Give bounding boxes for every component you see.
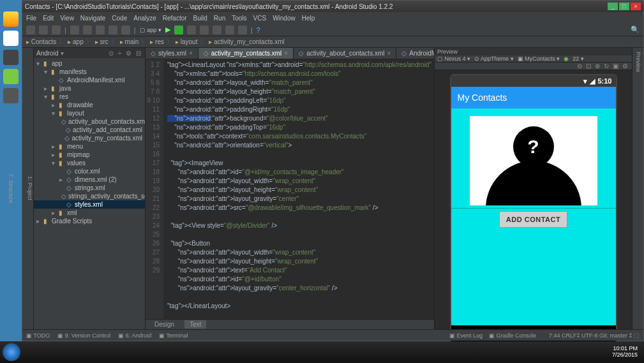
tree-node[interactable]: ◇activity_my_contacts.xml <box>34 134 145 142</box>
breadcrumb-item[interactable]: ▸ main <box>120 38 139 45</box>
tree-node[interactable]: ▾▮layout <box>34 109 145 117</box>
menu-window[interactable]: Window <box>273 15 296 22</box>
tool-window-tab[interactable]: ▣ Event Log <box>449 332 483 339</box>
taskbar: 10:01 PM 7/26/2015 <box>0 341 644 363</box>
tree-node[interactable]: ▸▮drawable <box>34 101 145 109</box>
menu-file[interactable]: File <box>26 15 36 22</box>
tool-window-tab[interactable]: ▣ TODO <box>26 332 50 339</box>
tree-node[interactable]: ▸◇dimens.xml (2) <box>34 175 145 184</box>
tab-design[interactable]: Design <box>149 320 179 329</box>
right-tool-tabs[interactable]: Preview <box>632 48 643 329</box>
android-studio-icon[interactable] <box>3 69 19 84</box>
tree-node[interactable]: ◇strings.xml <box>34 184 145 192</box>
tree-node[interactable]: ▸▮menu <box>34 142 145 151</box>
breadcrumb-item[interactable]: ▸ layout <box>176 38 197 45</box>
tool-window-tab[interactable]: ▣ Gradle Console <box>489 332 536 339</box>
zoom-fit-icon[interactable]: ⊡ <box>586 63 591 70</box>
device-selector[interactable]: ▢ Nexus 4 ▾ <box>437 56 470 62</box>
search-icon[interactable]: 🔍 <box>631 26 640 34</box>
help-icon[interactable]: ? <box>257 26 260 34</box>
menu-build[interactable]: Build <box>193 15 207 22</box>
settings-icon[interactable]: ⚙ <box>622 63 628 70</box>
taskbar-clock[interactable]: 10:01 PM 7/26/2015 <box>612 346 641 359</box>
refresh-icon[interactable]: ↻ <box>604 63 609 70</box>
project-tree[interactable]: ▾▮app▾▮manifests◇AndroidManifest.xml▸▮ja… <box>34 58 145 329</box>
open-icon[interactable] <box>26 26 35 34</box>
menu-refactor[interactable]: Refactor <box>163 15 187 22</box>
sync-icon[interactable] <box>52 26 61 34</box>
tree-node[interactable]: ▾▮values <box>34 159 145 167</box>
menu-run[interactable]: Run <box>214 15 225 22</box>
breadcrumb-item[interactable]: ▸ app <box>68 38 83 45</box>
close-button[interactable]: × <box>631 3 641 10</box>
cut-icon[interactable] <box>96 26 105 34</box>
menu-edit[interactable]: Edit <box>43 15 54 22</box>
menubar: FileEditViewNavigateCodeAnalyzeRefactorB… <box>22 12 643 24</box>
add-contact-button[interactable]: ADD CONTACT <box>499 211 567 228</box>
tool-icon-5[interactable] <box>238 26 247 34</box>
tree-node[interactable]: ▸▮mipmap <box>34 151 145 159</box>
tool-window-tab[interactable]: ▣ 9: Version Control <box>57 332 110 339</box>
theme-selector[interactable]: ⊙ AppTheme ▾ <box>474 56 514 62</box>
breadcrumb-item[interactable]: ▸ activity_my_contacts.xml <box>209 38 284 45</box>
tree-node[interactable]: ◇AndroidManifest.xml <box>34 76 145 84</box>
api-selector[interactable]: 22 ▾ <box>573 56 584 62</box>
tree-node[interactable]: ▸▮java <box>34 84 145 93</box>
tree-node[interactable]: ◇activity_about_contacts.xml <box>34 117 145 126</box>
breadcrumb-item[interactable]: ▸ res <box>150 38 164 45</box>
desktop-icon-3[interactable] <box>3 50 19 65</box>
menu-help[interactable]: Help <box>302 15 315 22</box>
tool-icon-1[interactable] <box>187 26 196 34</box>
zoom-in-icon[interactable]: ⊕ <box>595 63 600 70</box>
tree-node[interactable]: ▾▮app <box>34 59 145 68</box>
tool-icon-2[interactable] <box>200 26 209 34</box>
tree-node[interactable]: ▾▮manifests <box>34 68 145 76</box>
breadcrumb-item[interactable]: ▸ src <box>95 38 109 45</box>
tool-window-tab[interactable]: ▣ 6: Android <box>118 332 151 339</box>
undo-icon[interactable] <box>70 26 79 34</box>
header-image: ? <box>470 116 597 205</box>
tree-node[interactable]: ▾▮res <box>34 93 145 101</box>
minimize-button[interactable]: _ <box>608 3 618 10</box>
activity-selector[interactable]: ▣ MyContacts ▾ <box>518 56 560 62</box>
project-tools[interactable]: ⊙ ÷ ⚙ ⊟ <box>109 50 142 57</box>
tree-node[interactable]: ▸▮Gradle Scripts <box>34 217 145 225</box>
maximize-button[interactable]: □ <box>619 3 629 10</box>
editor-tab[interactable]: ◇activity_about_contacts.xml × <box>294 48 396 59</box>
editor-tab[interactable]: ◇styles.xml × <box>146 48 198 59</box>
tree-node[interactable]: ◇styles.xml <box>34 200 145 209</box>
tool-window-tab[interactable]: ▣ Terminal <box>159 332 188 339</box>
start-button[interactable] <box>3 343 20 361</box>
run-icon[interactable]: ▶ <box>165 26 170 34</box>
sdk-icon[interactable] <box>225 26 234 34</box>
preview-toolbar: ▢ Nexus 4 ▾ ⊙ AppTheme ▾ ▣ MyContacts ▾ … <box>435 56 632 63</box>
project-view-selector[interactable]: Android <box>36 50 58 57</box>
save-icon[interactable] <box>39 26 48 34</box>
tree-node[interactable]: ◇activity_add_contact.xml <box>34 126 145 134</box>
desktop-icon-5[interactable] <box>3 88 19 103</box>
tree-node[interactable]: ▸▮xml <box>34 209 145 217</box>
chrome-icon[interactable] <box>3 11 19 27</box>
crop-icon[interactable]: ▣ <box>613 63 618 70</box>
menu-analyze[interactable]: Analyze <box>133 15 156 22</box>
menu-navigate[interactable]: Navigate <box>80 15 105 22</box>
editor-tab[interactable]: ◇activity_my_contacts.xml × <box>198 48 294 59</box>
debug-icon[interactable] <box>174 26 183 34</box>
tab-text[interactable]: Text <box>184 320 206 329</box>
breadcrumb-item[interactable]: ▸ Contacts <box>26 38 56 45</box>
menu-tools[interactable]: Tools <box>232 15 246 22</box>
redo-icon[interactable] <box>83 26 92 34</box>
menu-vcs[interactable]: VCS <box>253 15 267 22</box>
paste-icon[interactable] <box>121 26 130 34</box>
menu-view[interactable]: View <box>60 15 74 22</box>
zoom-out-icon[interactable]: ⊖ <box>577 63 582 70</box>
avd-icon[interactable] <box>213 26 221 34</box>
tool-tab[interactable]: 1: Project <box>27 176 33 200</box>
desktop-icon-2[interactable] <box>3 31 19 46</box>
tree-node[interactable]: ◇strings_activity_contacts_settings.xml <box>34 192 145 200</box>
tool-tab[interactable]: 7: Structure <box>8 174 14 204</box>
copy-icon[interactable] <box>109 26 117 34</box>
tree-node[interactable]: ◇color.xml <box>34 167 145 175</box>
menu-code[interactable]: Code <box>112 15 127 22</box>
code-body[interactable]: "tag"><LinearLayout "ns">xmlns:"attr">an… <box>163 59 434 319</box>
